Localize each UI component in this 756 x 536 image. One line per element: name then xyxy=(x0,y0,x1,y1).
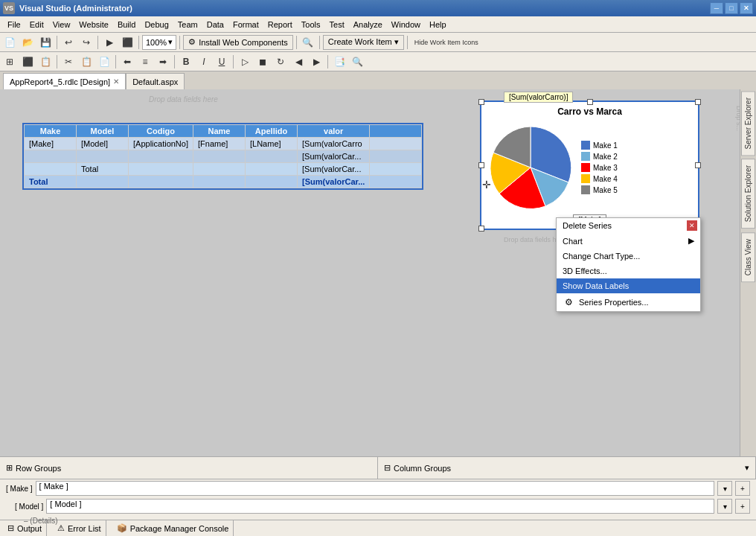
menu-test[interactable]: Test xyxy=(325,19,349,31)
resize-handle-bl[interactable] xyxy=(478,226,484,232)
hide-work-item-icons-button[interactable]: Hide Work Item Icons xyxy=(411,34,482,51)
tab-defaultAspx[interactable]: Default.aspx xyxy=(126,73,185,89)
legend-color-2 xyxy=(581,152,590,161)
column-groups-panel[interactable]: ⊟ Column Groups ▾ xyxy=(378,457,756,479)
row-groups-panel[interactable]: ⊞ Row Groups xyxy=(0,457,378,479)
resize-handle-tr[interactable] xyxy=(695,99,701,105)
menu-edit[interactable]: Edit xyxy=(25,19,48,31)
tb2-align-right[interactable]: ➡ xyxy=(155,54,171,70)
tb2-zoom-in[interactable]: 🔍 xyxy=(349,54,365,70)
menu-file[interactable]: File xyxy=(3,19,25,31)
tb2-pages[interactable]: 📑 xyxy=(331,54,347,70)
tb2-underline[interactable]: U xyxy=(214,54,230,70)
sep-21 xyxy=(57,55,57,68)
menu-team[interactable]: Team xyxy=(173,19,202,31)
close-button[interactable]: ✕ xyxy=(740,2,753,14)
menu-tools[interactable]: Tools xyxy=(297,19,325,31)
pie-chart-svg[interactable] xyxy=(486,123,575,212)
resize-handle-tl[interactable] xyxy=(478,99,484,105)
maximize-button[interactable]: □ xyxy=(725,2,738,14)
undo-button[interactable]: ↩ xyxy=(60,34,77,51)
redo-button[interactable]: ↪ xyxy=(78,34,94,51)
install-web-components-button[interactable]: ⚙ Install Web Components xyxy=(183,35,293,50)
column-groups-expand[interactable]: ▾ xyxy=(745,463,749,473)
tab-appReport-close[interactable]: ✕ xyxy=(113,77,119,86)
cell-row2-2 xyxy=(77,150,129,163)
tb2-back[interactable]: ◀ xyxy=(290,54,307,70)
cell-gtotal-4 xyxy=(193,176,246,188)
minimize-button[interactable]: ─ xyxy=(710,2,723,14)
new-project-button[interactable]: 📄 xyxy=(1,34,18,51)
menu-analyze[interactable]: Analyze xyxy=(349,19,387,31)
resize-handle-mr[interactable] xyxy=(695,162,701,168)
cell-row2-extra xyxy=(370,150,422,163)
chart-container[interactable]: [Sum(valorCarro)] Carro vs Marca xyxy=(480,100,699,230)
save-button[interactable]: 💾 xyxy=(37,34,54,51)
ctx-delete-series[interactable]: Delete Series ✕ xyxy=(557,218,700,233)
group-make-dropdown[interactable]: [ Make ] xyxy=(36,481,714,496)
menu-format[interactable]: Format xyxy=(228,19,263,31)
sep-6 xyxy=(319,36,320,49)
group-model-add[interactable]: + xyxy=(735,499,750,514)
tb2-stop[interactable]: ◼ xyxy=(254,54,271,70)
cell-make: [Make] xyxy=(25,138,77,150)
tb2-btn-2[interactable]: ⬛ xyxy=(19,54,36,70)
context-menu: Delete Series ✕ Chart ▶ Change Chart Typ… xyxy=(556,217,701,312)
tab-appReport[interactable]: AppReport4_5.rdlc [Design] ✕ xyxy=(3,73,126,89)
tb2-bold[interactable]: B xyxy=(178,54,194,70)
group-make-expand[interactable]: ▾ xyxy=(717,481,732,496)
tb2-preview[interactable]: ▷ xyxy=(237,54,253,70)
group-model-dropdown[interactable]: [ Model ] xyxy=(46,499,714,514)
chart-move-handle[interactable]: ✛ xyxy=(482,179,491,191)
tb2-refresh[interactable]: ↻ xyxy=(272,54,289,70)
group-model-expand[interactable]: ▾ xyxy=(717,499,732,514)
server-explorer-tab[interactable]: Server Explorer xyxy=(741,91,755,156)
class-view-tab[interactable]: Class View xyxy=(741,232,755,282)
menu-report[interactable]: Report xyxy=(263,19,297,31)
tb2-forward[interactable]: ▶ xyxy=(308,54,324,70)
stop-button[interactable]: ⬛ xyxy=(119,34,135,51)
menu-build[interactable]: Build xyxy=(113,19,140,31)
ctx-3d-effects[interactable]: 3D Effects... xyxy=(557,264,700,278)
title-text: Visual Studio (Administrator) xyxy=(19,4,710,13)
status-error-list[interactable]: ⚠ Error List xyxy=(53,520,106,536)
tb2-btn-1[interactable]: ⊞ xyxy=(1,54,18,70)
cell-row2-5 xyxy=(246,150,298,163)
resize-handle-ml[interactable] xyxy=(478,162,484,168)
resize-handle-tm[interactable] xyxy=(587,99,593,105)
tb2-btn-6[interactable]: 📄 xyxy=(96,54,112,70)
solution-explorer-tab[interactable]: Solution Explorer xyxy=(741,159,755,229)
designer-area[interactable]: Drop data fields here Make Model Codigo … xyxy=(0,89,740,456)
menu-data[interactable]: Data xyxy=(202,19,228,31)
legend-color-1 xyxy=(581,141,590,150)
menu-website[interactable]: Website xyxy=(74,19,113,31)
ctx-chart[interactable]: Chart ▶ xyxy=(557,233,700,249)
create-work-item-button[interactable]: Create Work Item ▾ xyxy=(323,35,404,50)
cell-total-sum: [Sum(valorCar... xyxy=(298,163,370,176)
ctx-close-icon[interactable]: ✕ xyxy=(687,220,697,231)
menu-view[interactable]: View xyxy=(48,19,75,31)
cell-row2-4 xyxy=(193,150,246,163)
tb2-align-center[interactable]: ≡ xyxy=(137,54,153,70)
title-controls[interactable]: ─ □ ✕ xyxy=(710,2,753,14)
status-package-manager[interactable]: 📦 Package Manager Console xyxy=(112,520,234,536)
tb2-align-left[interactable]: ⬅ xyxy=(119,54,135,70)
open-button[interactable]: 📂 xyxy=(19,34,36,51)
menu-debug[interactable]: Debug xyxy=(140,19,173,31)
sep-3 xyxy=(138,36,139,49)
menu-help[interactable]: Help xyxy=(425,19,451,31)
group-make-label: [ Make ] xyxy=(6,485,33,493)
ctx-series-properties[interactable]: ⚙ Series Properties... xyxy=(557,293,700,311)
tb2-btn-4[interactable]: ✂ xyxy=(60,54,77,70)
tb2-btn-3[interactable]: 📋 xyxy=(37,54,54,70)
status-output[interactable]: ⊟ Output xyxy=(3,520,47,536)
tb2-btn-5[interactable]: 📋 xyxy=(78,54,94,70)
tb2-italic[interactable]: I xyxy=(196,54,212,70)
ctx-change-chart-type[interactable]: Change Chart Type... xyxy=(557,249,700,264)
zoom-dropdown[interactable]: 100% ▾ xyxy=(142,35,176,50)
start-debug-button[interactable]: ▶ xyxy=(101,34,118,51)
search-button[interactable]: 🔍 xyxy=(300,34,316,51)
group-make-add[interactable]: + xyxy=(735,481,750,496)
ctx-show-data-labels[interactable]: Show Data Labels xyxy=(557,278,700,293)
menu-window[interactable]: Window xyxy=(387,19,425,31)
